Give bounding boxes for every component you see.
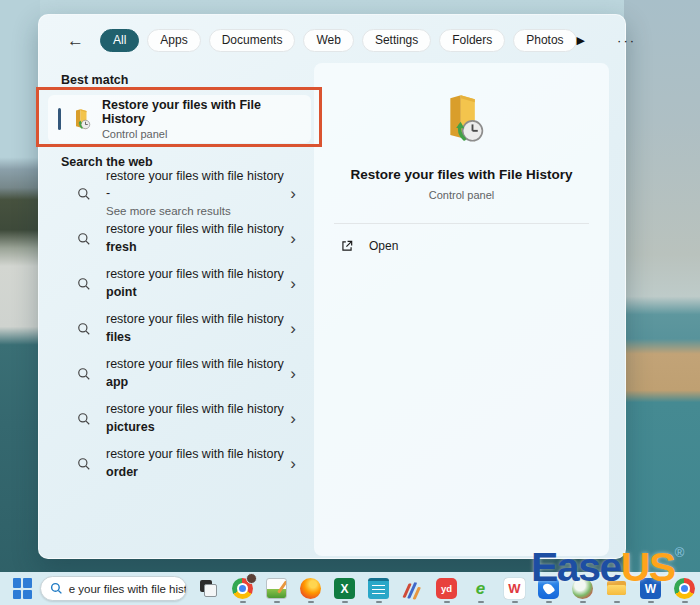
easeus-brand-right: US (621, 544, 675, 590)
search-icon (77, 412, 91, 426)
suggestion-line2: See more search results (106, 203, 290, 219)
best-match-subtitle: Control panel (102, 128, 301, 140)
tab-documents[interactable]: Documents (209, 29, 296, 52)
suggestion-line2: order (106, 464, 284, 482)
suggestion-texts: restore your files with file history fre… (106, 221, 284, 256)
chevron-right-icon[interactable]: › (290, 230, 302, 247)
youdao-icon[interactable]: yd (435, 574, 458, 604)
tab-apps[interactable]: Apps (147, 29, 200, 52)
chevron-right-icon[interactable]: › (290, 365, 302, 382)
search-icon (50, 582, 63, 595)
running-indicator (580, 601, 586, 603)
web-suggestion-row[interactable]: restore your files with file history fil… (47, 306, 308, 351)
suggestion-texts: restore your files with file history app (106, 356, 284, 391)
photo-editor-icon[interactable] (265, 574, 288, 604)
search-icon (77, 457, 91, 471)
search-icon (77, 367, 91, 381)
chrome-badge (246, 573, 257, 584)
search-filter-tabs: All Apps Documents Web Settings Folders … (100, 29, 577, 52)
tab-all[interactable]: All (100, 29, 139, 52)
preview-title: Restore your files with File History (350, 167, 572, 182)
web-suggestion-row[interactable]: restore your files with file history fre… (47, 216, 308, 261)
suggestion-line1: restore your files with file history (106, 311, 284, 329)
web-suggestion-row[interactable]: restore your files with file history pic… (47, 396, 308, 441)
search-icon (77, 277, 91, 291)
easeus-watermark: EaseUS® (531, 546, 684, 588)
search-the-web-header: Search the web (61, 155, 314, 169)
web-suggestion-row[interactable]: restore your files with file history - S… (47, 171, 308, 216)
suggestion-texts: restore your files with file history fil… (106, 311, 284, 346)
excel-icon[interactable]: X (333, 574, 356, 604)
running-indicator (308, 601, 314, 603)
running-indicator (648, 601, 654, 603)
suggestion-texts: restore your files with file history poi… (106, 266, 284, 301)
suggestion-line2: app (106, 374, 284, 392)
firefox-icon[interactable] (299, 574, 322, 604)
tab-settings[interactable]: Settings (362, 29, 431, 52)
wps-office-icon[interactable]: W (503, 574, 526, 604)
web-suggestion-row[interactable]: restore your files with file history poi… (47, 261, 308, 306)
suggestion-line2: pictures (106, 419, 284, 437)
more-options-icon[interactable]: ··· (617, 33, 636, 48)
result-preview-panel: Restore your files with File History Con… (314, 63, 609, 556)
search-icon (77, 322, 91, 336)
running-indicator (512, 601, 518, 603)
taskbar-search-value: e your files with file history (69, 583, 187, 595)
selection-accent-bar (58, 108, 61, 130)
open-label: Open (369, 239, 398, 253)
running-indicator (682, 601, 688, 603)
suggestion-line1: restore your files with file history (106, 401, 284, 419)
notebook-icon[interactable] (367, 574, 390, 604)
best-match-header: Best match (61, 73, 314, 87)
running-indicator (546, 601, 552, 603)
paint-strokes-icon[interactable] (401, 574, 424, 604)
running-indicator (240, 601, 246, 603)
browser-360-icon[interactable]: e (469, 574, 492, 604)
suggestion-line1: restore your files with file history (106, 221, 284, 239)
running-indicator (478, 601, 484, 603)
suggestion-texts: restore your files with file history - S… (106, 168, 290, 219)
suggestion-line2: files (106, 329, 284, 347)
open-action[interactable]: Open (314, 224, 609, 268)
registered-mark: ® (675, 545, 685, 560)
chrome-icon[interactable] (231, 574, 254, 604)
suggestion-line2: point (106, 284, 284, 302)
open-external-icon (340, 239, 354, 253)
taskbar-search-box[interactable]: e your files with file history (40, 576, 187, 601)
chevron-right-icon[interactable]: › (290, 455, 302, 472)
chevron-right-icon[interactable]: › (290, 275, 302, 292)
tab-folders[interactable]: Folders (439, 29, 505, 52)
play-icon[interactable]: ▶ (577, 34, 585, 47)
best-match-result[interactable]: Restore your files with File History Con… (48, 95, 311, 143)
easeus-brand-left: Ease (531, 544, 621, 590)
suggestion-line1: restore your files with file history (106, 446, 284, 464)
running-indicator (274, 601, 280, 603)
tab-photos[interactable]: Photos (513, 29, 576, 52)
results-column: Best match Restore your files with File … (39, 65, 314, 558)
start-button[interactable] (13, 578, 32, 599)
task-view-icon[interactable] (197, 574, 220, 604)
search-flyout-panel: ← All Apps Documents Web Settings Folder… (38, 14, 626, 559)
chevron-right-icon[interactable]: › (290, 410, 302, 427)
best-match-texts: Restore your files with File History Con… (102, 98, 301, 140)
tab-web[interactable]: Web (303, 29, 353, 52)
suggestion-line1: restore your files with file history - (106, 168, 290, 203)
suggestion-line1: restore your files with file history (106, 266, 284, 284)
search-icon (77, 187, 91, 201)
web-suggestion-row[interactable]: restore your files with file history app… (47, 351, 308, 396)
suggestion-texts: restore your files with file history ord… (106, 446, 284, 481)
wallpaper-right-scenery (624, 0, 700, 605)
chevron-right-icon[interactable]: › (290, 185, 302, 202)
file-history-icon (69, 106, 93, 132)
running-indicator (614, 601, 620, 603)
running-indicator (342, 601, 348, 603)
search-icon (77, 232, 91, 246)
wallpaper-left-scenery (0, 0, 40, 605)
best-match-title: Restore your files with File History (102, 98, 301, 126)
search-filter-bar: ← All Apps Documents Web Settings Folder… (39, 15, 625, 65)
suggestion-line2: fresh (106, 239, 284, 257)
suggestion-line1: restore your files with file history (106, 356, 284, 374)
web-suggestion-row[interactable]: restore your files with file history ord… (47, 441, 308, 486)
back-arrow-icon[interactable]: ← (67, 32, 84, 49)
chevron-right-icon[interactable]: › (290, 320, 302, 337)
